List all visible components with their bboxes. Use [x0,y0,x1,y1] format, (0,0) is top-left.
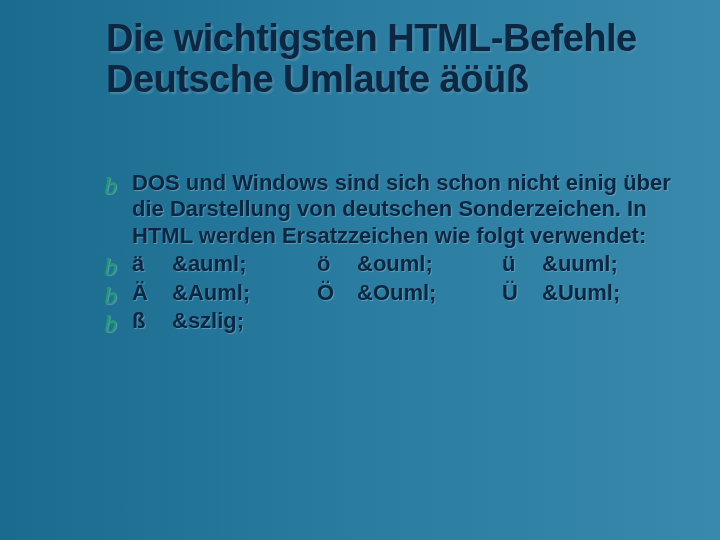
slide: Die wichtigsten HTML-Befehle Deutsche Um… [0,0,720,334]
code: &szlig; [172,308,317,334]
list-item: b ä &auml; ö &ouml; ü &uuml; [132,251,680,277]
umlaut-row: Ä &Auml; Ö &Ouml; Ü &Uuml; [132,280,680,306]
char: ß [132,308,172,334]
char: Ö [317,280,357,306]
code: &auml; [172,251,317,277]
char: Ü [502,280,542,306]
code: &ouml; [357,251,502,277]
title-line-2: Deutsche Umlaute äöüß [106,58,528,100]
list-item: b Ä &Auml; Ö &Ouml; Ü &Uuml; [132,280,680,306]
bullet-icon: b [104,251,117,282]
umlaut-row: ä &auml; ö &ouml; ü &uuml; [132,251,680,277]
code: &uuml; [542,251,680,277]
code: &Ouml; [357,280,502,306]
char: ü [502,251,542,277]
char: ö [317,251,357,277]
bullet-icon: b [104,280,117,311]
title-line-1: Die wichtigsten HTML-Befehle [106,17,637,59]
char: Ä [132,280,172,306]
code: &Uuml; [542,280,680,306]
code: &Auml; [172,280,317,306]
bullet-icon: b [104,308,117,339]
umlaut-row: ß &szlig; [132,308,680,334]
char: ä [132,251,172,277]
bullet-icon: b [104,170,117,201]
list-item: b ß &szlig; [132,308,680,334]
intro-paragraph: DOS und Windows sind sich schon nicht ei… [132,170,671,248]
list-item: b DOS und Windows sind sich schon nicht … [132,170,680,249]
bullet-list: b DOS und Windows sind sich schon nicht … [106,170,680,334]
slide-title: Die wichtigsten HTML-Befehle Deutsche Um… [106,18,680,100]
